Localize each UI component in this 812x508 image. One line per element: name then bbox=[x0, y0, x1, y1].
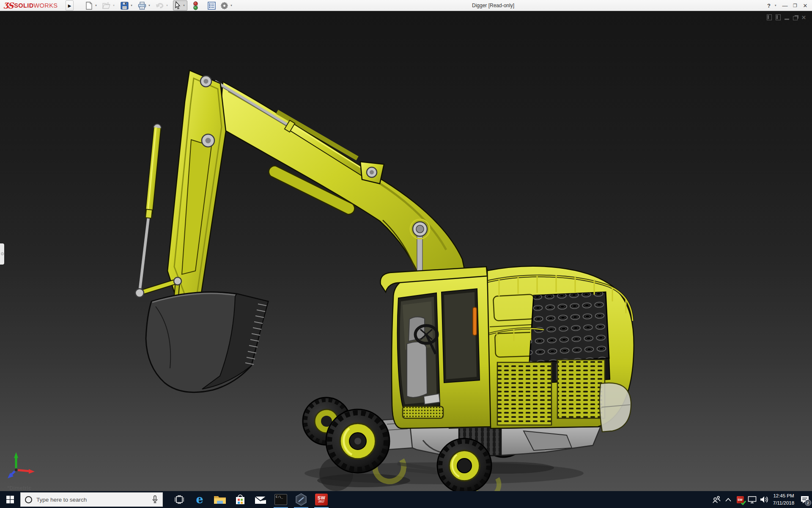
taskbar-command-prompt[interactable]: C:\_ bbox=[271, 491, 291, 508]
store-icon bbox=[235, 494, 246, 505]
cortana-icon bbox=[25, 496, 32, 503]
action-center-button[interactable]: 2 bbox=[798, 491, 812, 508]
orange-handle bbox=[473, 307, 477, 335]
print-icon bbox=[138, 2, 146, 10]
open-dropdown[interactable]: ▾ bbox=[111, 1, 116, 10]
rebuild-button[interactable] bbox=[191, 1, 200, 10]
open-button[interactable] bbox=[102, 1, 111, 10]
tray-show-hidden-button[interactable] bbox=[722, 491, 734, 508]
traffic-light-icon bbox=[193, 1, 198, 10]
front-left-wheel[interactable] bbox=[326, 409, 390, 473]
check-icon bbox=[741, 500, 746, 505]
help-dropdown[interactable]: ▾ bbox=[775, 4, 779, 7]
step-grille bbox=[403, 406, 443, 418]
windows-logo-icon bbox=[6, 496, 14, 503]
orientation-triad bbox=[8, 452, 35, 478]
windows-taskbar: e bbox=[0, 491, 812, 508]
tray-people-button[interactable] bbox=[710, 491, 722, 508]
doc-pane-icon-left[interactable] bbox=[767, 14, 772, 20]
solidworks-logo: ƷS SOLID WORKS bbox=[3, 1, 58, 10]
taskbar-mail[interactable] bbox=[250, 491, 271, 508]
taskbar-edge[interactable]: e bbox=[189, 491, 210, 508]
app-title-bar: ƷS SOLID WORKS ▶ ▾ ▾ bbox=[0, 0, 812, 11]
save-button[interactable] bbox=[120, 1, 129, 10]
print-button[interactable] bbox=[137, 1, 147, 10]
close-button[interactable]: ✕ bbox=[801, 3, 809, 9]
save-dropdown[interactable]: ▾ bbox=[129, 1, 134, 10]
mail-icon bbox=[255, 495, 266, 504]
solidworks-logo-glyph: ƷS bbox=[3, 1, 13, 10]
minimize-button[interactable]: — bbox=[781, 3, 789, 9]
help-button[interactable]: ? bbox=[765, 3, 773, 9]
solidworks-2017-icon: SW 2017 bbox=[315, 494, 328, 505]
search-input[interactable] bbox=[36, 497, 148, 503]
clock-time: 12:45 PM bbox=[770, 492, 798, 500]
tray-volume-button[interactable] bbox=[758, 491, 770, 508]
tray-network-button[interactable] bbox=[746, 491, 758, 508]
taskbar-search[interactable] bbox=[20, 492, 163, 507]
new-document-button[interactable] bbox=[84, 1, 93, 10]
gear-icon bbox=[220, 2, 228, 10]
boom[interactable] bbox=[219, 82, 466, 298]
view-orientation-label: *Dimetric bbox=[7, 485, 32, 491]
restore-button[interactable]: ❐ bbox=[791, 3, 799, 8]
doc-minimize-icon[interactable] bbox=[785, 19, 789, 20]
options-button[interactable] bbox=[219, 1, 229, 10]
save-floppy-icon bbox=[121, 2, 129, 10]
open-folder-icon bbox=[102, 2, 111, 9]
solidworks-tray-icon: SW bbox=[737, 496, 744, 503]
front-right-wheel[interactable] bbox=[437, 439, 491, 491]
side-vent-right bbox=[557, 360, 605, 418]
tray-clock[interactable]: 12:45 PM 7/11/2018 bbox=[770, 492, 798, 506]
taskbar-task-view[interactable] bbox=[169, 491, 189, 508]
undo-arrow-icon bbox=[156, 2, 164, 9]
hexagon-app-icon bbox=[295, 493, 307, 506]
new-document-icon bbox=[85, 2, 93, 10]
select-tool-button[interactable]: ▾ bbox=[173, 0, 187, 11]
graphics-viewport[interactable]: ✕ *Dimetric bbox=[0, 11, 812, 491]
taskbar-file-explorer[interactable] bbox=[210, 491, 230, 508]
tray-solidworks-status[interactable]: SW bbox=[734, 491, 746, 508]
undo-dropdown[interactable]: ▾ bbox=[165, 1, 170, 10]
document-window-controls: ✕ bbox=[767, 14, 806, 20]
options-dropdown[interactable]: ▾ bbox=[229, 1, 234, 10]
bucket-cylinder[interactable] bbox=[140, 124, 161, 292]
start-button[interactable] bbox=[0, 491, 20, 508]
doc-restore-icon[interactable] bbox=[793, 16, 798, 20]
taskbar-store[interactable] bbox=[230, 491, 250, 508]
upperworks-body[interactable] bbox=[486, 266, 634, 432]
doc-pane-icon-right[interactable] bbox=[776, 14, 781, 20]
document-title: Digger [Read-only] bbox=[472, 3, 514, 8]
speaker-icon bbox=[760, 496, 768, 503]
select-cursor-icon bbox=[174, 1, 181, 10]
standard-toolbar: ▾ ▾ ▾ bbox=[84, 0, 234, 11]
select-tool-dropdown[interactable]: ▾ bbox=[181, 1, 187, 10]
microphone-icon[interactable] bbox=[152, 495, 158, 504]
doc-close-icon[interactable]: ✕ bbox=[801, 15, 806, 20]
undo-button[interactable] bbox=[155, 1, 165, 10]
display-settings-button[interactable] bbox=[207, 1, 216, 10]
side-vent-left bbox=[497, 362, 551, 425]
dipper-arm[interactable] bbox=[167, 70, 226, 313]
menu-flyout-button[interactable]: ▶ bbox=[66, 0, 74, 11]
bucket[interactable] bbox=[146, 292, 268, 392]
network-icon bbox=[748, 496, 757, 503]
clock-date: 7/11/2018 bbox=[770, 500, 798, 507]
taskbar-hexagon-app[interactable] bbox=[291, 491, 311, 508]
print-dropdown[interactable]: ▾ bbox=[147, 1, 152, 10]
edge-icon: e bbox=[196, 494, 203, 505]
excavator-model[interactable] bbox=[0, 11, 812, 491]
display-list-icon bbox=[208, 2, 216, 10]
chevron-up-icon bbox=[725, 498, 731, 502]
file-explorer-icon bbox=[214, 494, 226, 505]
taskbar-solidworks[interactable]: SW 2017 bbox=[311, 491, 332, 508]
task-view-icon bbox=[174, 495, 184, 504]
people-icon bbox=[712, 496, 721, 503]
new-document-dropdown[interactable]: ▾ bbox=[93, 1, 99, 10]
notification-badge: 2 bbox=[805, 500, 811, 506]
command-prompt-icon: C:\_ bbox=[274, 494, 287, 505]
cab[interactable] bbox=[380, 267, 491, 428]
panel-flyout-tab[interactable] bbox=[0, 243, 4, 265]
